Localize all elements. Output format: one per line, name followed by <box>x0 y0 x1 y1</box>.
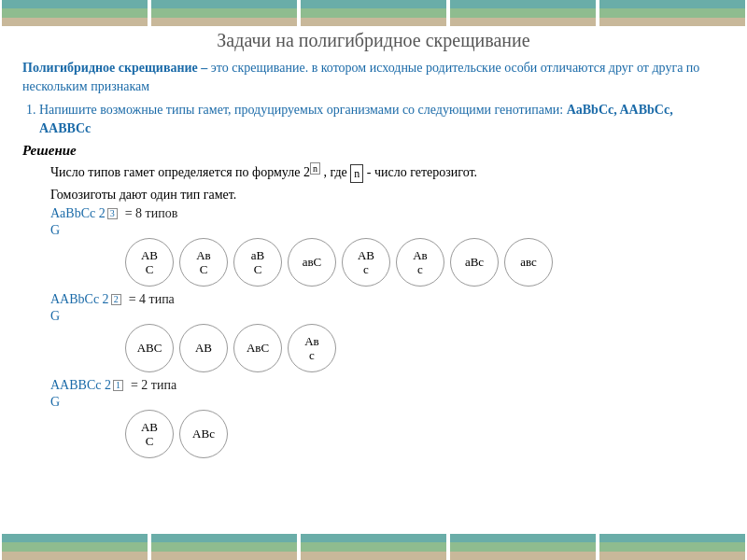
gamete-aBс: aBc <box>450 238 499 287</box>
top-bar-seg1 <box>2 0 148 26</box>
section-aabbcc3: AABBCc 21 = 2 типа G АВ С АВс <box>22 378 725 458</box>
section1-g-label: G <box>50 223 725 238</box>
bottom-bar-seg1 <box>2 534 148 560</box>
page-title: Задачи на полигибридное скрещивание <box>22 30 725 51</box>
section2-header: AABbCc 22 = 4 типа <box>50 292 725 307</box>
formula-mid: , где <box>323 165 346 179</box>
definition-block: Полигибридное скрещивание – это скрещива… <box>22 59 725 95</box>
bottom-bar-seg3 <box>301 534 446 560</box>
section3-g-label: G <box>50 395 725 410</box>
section2-genotype-text: AABbCc 2 <box>50 292 109 307</box>
formula-n-box: n <box>350 164 363 183</box>
main-content: Задачи на полигибридное скрещивание Поли… <box>0 26 747 468</box>
section2-genotype: AABbCc 22 <box>50 292 121 307</box>
section1-equals: = 8 типов <box>125 206 178 221</box>
gamete2-Avс: Ав с <box>288 324 336 372</box>
section3-header: AABBCc 21 = 2 типа <box>50 378 725 393</box>
gamete-avс: авс <box>504 238 553 287</box>
section1-gametes: АВ С Ав С аВ С авС АВ с Ав с <box>125 238 725 287</box>
section3-equals: = 2 типа <box>131 378 176 393</box>
task-text: Напишите возможные типы гамет, продуциру… <box>39 103 563 117</box>
top-bar-seg5 <box>599 0 745 26</box>
gamete-avC: авС <box>288 238 336 287</box>
definition-highlighted: Полигибридное скрещивание – <box>22 61 207 75</box>
section3-genotype-text: AABBCc 2 <box>50 378 111 393</box>
gamete2-AvC: АвС <box>233 324 282 372</box>
section2-equals: = 4 типа <box>129 292 175 307</box>
gamete-ABC: АВ С <box>125 238 174 287</box>
section2-g-label: G <box>50 309 725 324</box>
section-aabbcc: AaBbCc 23 = 8 типов G АВ С Ав С аВ С авС… <box>22 206 725 287</box>
formula-text: Число типов гамет определяется по формул… <box>50 165 310 179</box>
top-decorative-bar <box>0 0 747 26</box>
homozygote-text: Гомозиготы дают один тип гамет. <box>50 185 725 204</box>
bottom-bar-seg5 <box>599 534 745 560</box>
section1-header: AaBbCc 23 = 8 типов <box>50 206 725 221</box>
top-bar-seg4 <box>450 0 596 26</box>
top-bar-seg3 <box>301 0 446 26</box>
bottom-decorative-bar <box>0 534 747 560</box>
formula-end: - число гетерозигот. <box>367 165 477 179</box>
gamete-ABс: АВ с <box>342 238 390 287</box>
bottom-bar-seg4 <box>450 534 596 560</box>
section1-exp: 3 <box>107 208 118 219</box>
formula-exp-box: n <box>310 162 320 175</box>
task-list: Напишите возможные типы гамет, продуциру… <box>39 101 725 137</box>
section2-exp: 2 <box>111 294 121 305</box>
task-item-1: Напишите возможные типы гамет, продуциру… <box>39 101 725 137</box>
bottom-bar-seg2 <box>151 534 297 560</box>
section3-genotype: AABBCc 21 <box>50 378 123 393</box>
gamete3-ABC: АВ С <box>125 410 174 458</box>
solution-label: Решение <box>22 143 725 159</box>
gamete2-ABC: АВС <box>125 324 174 372</box>
section2-gametes: АВС АВ АвС Ав с <box>125 324 725 372</box>
section-aabbcc2: AABbCc 22 = 4 типа G АВС АВ АвС Ав с <box>22 292 725 372</box>
section1-genotype-text: AaBbCc 2 <box>50 206 106 221</box>
section3-exp: 1 <box>113 380 123 391</box>
gamete-AbC: Ав С <box>179 238 228 287</box>
gamete-Avс: Ав с <box>396 238 444 287</box>
section3-gametes: АВ С АВс <box>125 410 725 458</box>
gamete2-AB: АВ <box>179 324 228 372</box>
gamete-aBC: аВ С <box>233 238 282 287</box>
section1-genotype: AaBbCc 23 <box>50 206 118 221</box>
top-bar-seg2 <box>151 0 297 26</box>
gamete3-ABс: АВс <box>179 410 228 458</box>
formula-line: Число типов гамет определяется по формул… <box>50 162 725 183</box>
